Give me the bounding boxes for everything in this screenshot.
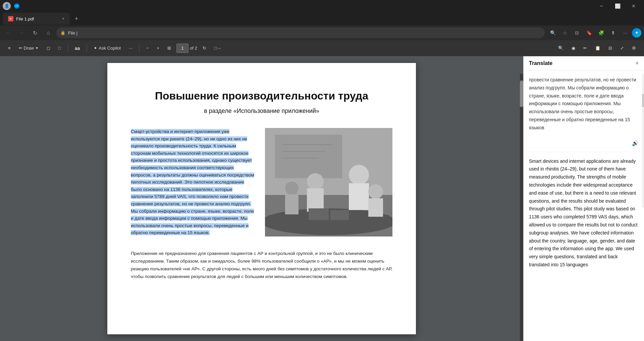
fit-page-button[interactable]: ⊞ <box>165 44 174 52</box>
text-block: Смарт-устройства и интернет-приложения у… <box>131 128 255 236</box>
svg-rect-14 <box>368 198 383 217</box>
zoom-button[interactable]: 🔍 <box>547 27 558 38</box>
translate-panel: Translate × провести сравнение результат… <box>523 56 644 341</box>
reading-view-button[interactable]: ⊟ <box>572 27 582 38</box>
rotate-button[interactable]: ↻ <box>200 44 209 52</box>
zoom-level-button[interactable]: ⊟ <box>606 44 615 52</box>
panel-scrollbar[interactable] <box>642 74 644 208</box>
tab-close-button[interactable]: × <box>62 16 64 21</box>
svg-rect-15 <box>309 208 329 220</box>
highlight-pdf-button[interactable]: ✏ <box>581 44 590 52</box>
svg-rect-12 <box>285 194 299 214</box>
font-button[interactable]: aa <box>72 44 83 52</box>
more-tools-button[interactable]: ··· <box>126 44 135 52</box>
pdf-page: Повышение производительности труда в раз… <box>107 63 416 334</box>
browser-icon <box>13 3 20 9</box>
tab-label: File 1.pdf <box>16 16 34 21</box>
toolbar-separator-2 <box>87 44 87 52</box>
close-window-button[interactable]: ✕ <box>626 1 641 11</box>
page-subtitle: в разделе «Использование приложений» <box>131 108 392 115</box>
translate-divider <box>529 152 639 152</box>
annotations-icon: ≡ <box>8 46 11 51</box>
erase-icon: ◻ <box>47 46 50 51</box>
draw-icon: ✏ <box>19 46 22 51</box>
svg-rect-4 <box>275 135 342 178</box>
tab-bar: P File 1.pdf × + <box>0 12 644 25</box>
collections-button[interactable]: 🔖 <box>584 27 594 38</box>
pdf-scrollbar-thumb[interactable] <box>520 80 523 107</box>
translate-title: Translate <box>529 60 552 66</box>
translate-russian-text: провести сравнение результатов, но не пр… <box>529 76 639 132</box>
back-button[interactable]: ← <box>3 27 13 38</box>
home-button[interactable]: ⌂ <box>43 27 54 38</box>
page-number-input[interactable] <box>176 44 189 53</box>
font-icon: aa <box>75 46 80 51</box>
content-section: Смарт-устройства и интернет-приложения у… <box>131 128 392 236</box>
translate-english-section: Smart devices and internet applications … <box>529 157 639 269</box>
image-block <box>265 128 392 236</box>
snap-icon: ◉ <box>572 46 575 51</box>
translate-english-text: Smart devices and internet applications … <box>529 157 639 269</box>
copy-pdf-button[interactable]: 📋 <box>592 44 603 52</box>
ask-copilot-button[interactable]: ✦ Ask Copilot <box>91 44 123 52</box>
svg-rect-16 <box>330 210 349 220</box>
meeting-image <box>265 128 392 236</box>
browser-chrome: 👤 − ⬜ ✕ P File 1.pdf × + ← → ↻ ⌂ <box>0 0 644 56</box>
browser-extensions[interactable]: 🧩 <box>596 27 606 38</box>
translate-close-button[interactable]: × <box>636 60 639 66</box>
tab-favicon: P <box>8 16 13 21</box>
zoom-out-button[interactable]: − <box>144 44 152 52</box>
settings-icon: ⚙ <box>632 46 636 51</box>
highlighted-paragraph: Смарт-устройства и интернет-приложения у… <box>131 128 255 236</box>
immersive-reader-button[interactable]: □→ <box>212 44 224 52</box>
copy-icon: 📋 <box>595 46 600 51</box>
active-tab[interactable]: P File 1.pdf × <box>3 13 70 25</box>
title-bar-left: 👤 <box>3 2 20 10</box>
translate-audio-button[interactable]: 🔊 <box>529 140 639 146</box>
page-title: Повышение производительности труда <box>131 90 392 102</box>
svg-point-9 <box>307 173 324 190</box>
main-paragraph: Приложение не предназначено для сравнени… <box>131 250 392 281</box>
annotations-button[interactable]: ≡ <box>5 44 13 52</box>
main-area: Повышение производительности труда в раз… <box>0 56 644 341</box>
address-bar[interactable]: 🔒 File | <box>56 27 545 38</box>
draw-tool-button[interactable]: ✏ Draw ▼ <box>16 44 41 52</box>
pdf-viewer[interactable]: Повышение производительности труда в раз… <box>0 56 523 341</box>
nav-right: 🔍 ☆ ⊟ 🔖 🧩 ⬆ ··· ✦ <box>547 27 641 38</box>
draw-chevron: ▼ <box>35 46 39 50</box>
ask-copilot-label: Ask Copilot <box>99 46 121 51</box>
fullscreen-button[interactable]: ⤢ <box>618 44 627 52</box>
erase-button[interactable]: ◻ <box>44 44 53 52</box>
forward-button[interactable]: → <box>16 27 27 38</box>
svg-point-7 <box>349 165 369 185</box>
address-text: File | <box>68 30 541 36</box>
svg-rect-10 <box>307 188 324 212</box>
draw-label: Draw <box>24 46 34 51</box>
favorites-button[interactable]: ☆ <box>559 27 570 38</box>
refresh-button[interactable]: ↻ <box>30 27 40 38</box>
search-pdf-icon: 🔍 <box>558 46 564 51</box>
single-page-button[interactable]: □ <box>56 44 64 52</box>
copilot-icon: ✦ <box>94 46 97 51</box>
copilot-avatar[interactable]: ✦ <box>632 28 641 38</box>
search-pdf-button[interactable]: 🔍 <box>555 44 566 52</box>
zoom-in-button[interactable]: + <box>154 44 162 52</box>
toolbar-separator-1 <box>68 44 68 52</box>
maximize-button[interactable]: ⬜ <box>610 1 625 11</box>
more-button[interactable]: ··· <box>620 27 631 38</box>
svg-point-13 <box>368 184 383 199</box>
snap-button[interactable]: ◉ <box>569 44 578 52</box>
minimize-button[interactable]: − <box>594 1 609 11</box>
share-button[interactable]: ⬆ <box>608 27 619 38</box>
page-navigation: of 2 <box>176 44 197 53</box>
profile-icon[interactable]: 👤 <box>3 2 11 10</box>
new-tab-button[interactable]: + <box>71 13 82 24</box>
panel-scrollbar-thumb[interactable] <box>642 94 644 107</box>
page-of-label: of 2 <box>190 46 197 51</box>
pdf-settings-button[interactable]: ⚙ <box>629 44 639 52</box>
pdf-scrollbar[interactable] <box>520 74 523 341</box>
svg-point-11 <box>285 182 299 195</box>
toolbar-separator-3 <box>139 44 140 52</box>
zoom-in-icon: + <box>157 46 159 51</box>
translate-content: провести сравнение результатов, но не пр… <box>524 71 644 341</box>
